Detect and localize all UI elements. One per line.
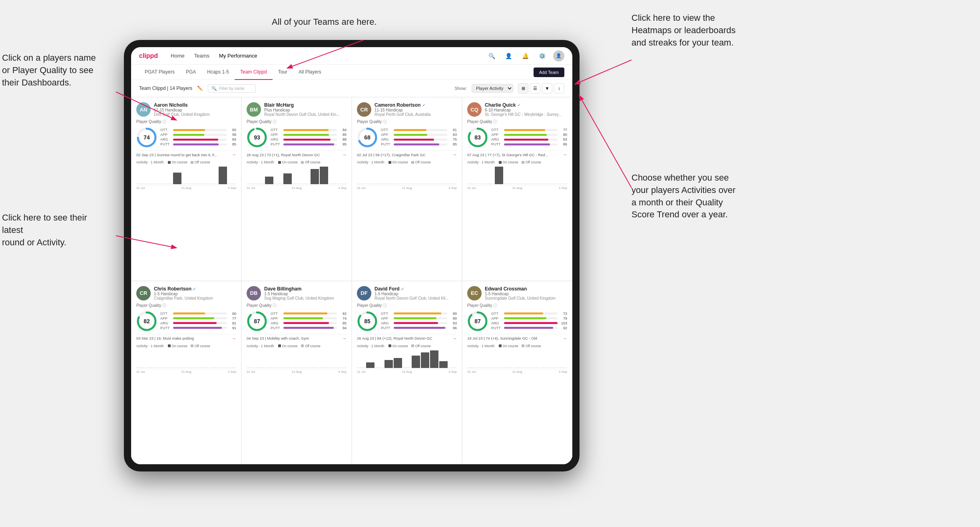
stat-bar-bg — [394, 129, 447, 131]
chart-x-label-2: 21 Aug — [512, 186, 522, 190]
show-select[interactable]: Player Activity — [472, 84, 513, 93]
stat-value: 83 — [559, 137, 567, 141]
player-card[interactable]: CR Cameron Robertson ✓ 11-15 Handicap Ro… — [352, 97, 462, 281]
tablet-screen: clippd Home Teams My Performance 🔍 👤 🔔 ⚙… — [131, 47, 572, 464]
off-course-dot — [522, 344, 524, 347]
player-card[interactable]: AN Aaron Nicholls 11-15 Handicap Drift G… — [131, 97, 241, 281]
donut-chart[interactable]: 68 — [357, 127, 378, 148]
annotation-left-1: Click on a players name or Player Qualit… — [2, 52, 96, 89]
stat-bar-bg — [504, 327, 558, 329]
chart-x-label-3: 4 Sep — [559, 186, 567, 190]
player-card[interactable]: CR Chris Robertson ✓ 1-5 Handicap Craigm… — [131, 281, 241, 465]
player-name[interactable]: Edward Crossman — [485, 286, 567, 292]
stat-bar-bg — [283, 134, 337, 136]
last-round[interactable]: 02 Sep 23 | Sunrise round to get back in… — [136, 150, 236, 157]
player-card[interactable]: CQ Charlie Quick ✓ 6-10 Handicap St. Geo… — [462, 97, 572, 281]
donut-chart[interactable]: 87 — [247, 311, 267, 332]
stat-value: 91 — [228, 326, 236, 330]
stat-row: OTT 77 — [491, 128, 567, 132]
stat-bar-bg — [394, 317, 447, 319]
chart-x-labels: 31 Jul 21 Aug 4 Sep — [357, 186, 457, 190]
avatar[interactable]: 👤 — [553, 50, 564, 62]
stat-label: PUTT — [381, 326, 392, 330]
stats-section: 68 OTT 61 APP 63 ARG 75 PUTT — [357, 127, 457, 148]
chart-x-label-2: 21 Aug — [292, 370, 302, 374]
last-round[interactable]: 26 Aug 23 | 73 (+1), Royal North Devon G… — [247, 150, 347, 157]
tab-team-clippd[interactable]: Team Clippd — [235, 65, 273, 80]
last-round[interactable]: 26 Aug 23 | 84 (+12), Royal North Devon … — [357, 334, 457, 341]
search-box[interactable]: 🔍 Filter by name — [208, 84, 256, 93]
donut-chart[interactable]: 74 — [136, 127, 157, 148]
donut-chart[interactable]: 83 — [467, 127, 488, 148]
stat-bar-fill — [173, 143, 219, 145]
nav-teams[interactable]: Teams — [194, 53, 209, 59]
stat-row: APP 58 — [160, 133, 236, 137]
player-card[interactable]: EC Edward Crossman 1-5 Handicap Sunningd… — [462, 281, 572, 465]
sort-button[interactable]: ↕ — [554, 83, 564, 93]
chart-x-label-2: 21 Aug — [512, 370, 522, 374]
search-icon[interactable]: 🔍 — [486, 50, 497, 62]
grid-view-button[interactable]: ⊞ — [518, 83, 528, 93]
list-view-button[interactable]: ☰ — [530, 83, 540, 93]
donut-chart[interactable]: 93 — [247, 127, 267, 148]
bell-icon[interactable]: 🔔 — [520, 50, 531, 62]
stat-value: 84 — [339, 128, 347, 132]
chart-bar — [486, 183, 494, 184]
player-name[interactable]: Aaron Nicholls — [154, 102, 236, 108]
player-name[interactable]: Chris Robertson ✓ — [154, 286, 236, 292]
user-icon[interactable]: 👤 — [503, 50, 514, 62]
player-name[interactable]: Cameron Robertson ✓ — [374, 102, 457, 108]
chart-bar — [540, 183, 549, 184]
donut-chart[interactable]: 85 — [357, 311, 378, 332]
tab-pgat-players[interactable]: PGAT Players — [139, 65, 180, 80]
legend-on-course: On course — [168, 160, 187, 164]
chart-bar — [495, 367, 503, 368]
tab-pga[interactable]: PGA — [180, 65, 201, 80]
last-round[interactable]: 04 Sep 23 | Mobility with coach, Gym → — [247, 334, 347, 341]
player-handicap: 1-5 Handicap — [374, 292, 457, 296]
tab-tour[interactable]: Tour — [273, 65, 293, 80]
stat-row: ARG 75 — [381, 137, 457, 141]
activity-header: Activity · 1 Month On course Off course — [136, 160, 236, 165]
nav-my-performance[interactable]: My Performance — [219, 53, 257, 59]
last-round[interactable]: 02 Jul 23 | 59 (+17), Craigmillar Park G… — [357, 150, 457, 157]
tab-hcaps[interactable]: Hcaps 1-5 — [201, 65, 235, 80]
view-icons: ⊞ ☰ ▼ ↕ — [518, 83, 564, 93]
last-round[interactable]: 03 Mar 23 | 19, Must make putting → — [136, 334, 236, 341]
player-card[interactable]: BM Blair McHarg Plus Handicap Royal Nort… — [241, 97, 352, 281]
player-name[interactable]: Blair McHarg — [264, 102, 347, 108]
activity-label: Activity · 1 Month — [136, 344, 164, 348]
player-club: Craigmillar Park, United Kingdom — [154, 296, 236, 300]
stat-bar-bg — [504, 322, 558, 324]
stat-row: PUTT 94 — [271, 326, 347, 330]
settings-icon[interactable]: ⚙️ — [536, 50, 548, 62]
stats-section: 87 OTT 73 APP 79 ARG 103 PUTT — [467, 311, 567, 332]
player-name[interactable]: Charlie Quick ✓ — [485, 102, 567, 108]
last-round[interactable]: 07 Aug 23 | 77 (+7), St George's Hill GC… — [467, 150, 567, 157]
edit-icon[interactable]: ✏️ — [197, 86, 203, 91]
on-course-label: On course — [503, 160, 518, 164]
add-team-button[interactable]: Add Team — [534, 68, 564, 77]
stat-label: ARG — [491, 137, 502, 141]
app-logo[interactable]: clippd — [139, 52, 158, 60]
filter-button[interactable]: ▼ — [542, 83, 552, 93]
nav-home[interactable]: Home — [171, 53, 185, 59]
stat-bar-bg — [173, 134, 227, 136]
player-header: CQ Charlie Quick ✓ 6-10 Handicap St. Geo… — [467, 102, 567, 117]
stats-section: 93 OTT 84 APP 85 ARG 88 PUTT — [247, 127, 347, 148]
player-card[interactable]: DF David Ford ✓ 1-5 Handicap Royal North… — [352, 281, 462, 465]
last-round[interactable]: 18 Jul 23 | 74 (+4), Sunningdale GC - Ol… — [467, 334, 567, 341]
player-name[interactable]: Dave Billingham — [264, 286, 347, 292]
chart-bar — [274, 183, 283, 184]
player-card[interactable]: DB Dave Billingham 1-5 Handicap Sog Magi… — [241, 281, 352, 465]
donut-chart[interactable]: 87 — [467, 311, 488, 332]
activity-header: Activity · 1 Month On course Off course — [357, 160, 457, 165]
activity-legend: On course Off course — [388, 344, 431, 348]
tab-all-players[interactable]: All Players — [293, 65, 327, 80]
donut-chart[interactable]: 82 — [136, 311, 157, 332]
stat-label: ARG — [381, 321, 392, 325]
stat-row: ARG 84 — [160, 137, 236, 141]
player-name[interactable]: David Ford ✓ — [374, 286, 457, 292]
on-course-label: On course — [172, 160, 187, 164]
stat-bar-fill — [504, 327, 553, 329]
